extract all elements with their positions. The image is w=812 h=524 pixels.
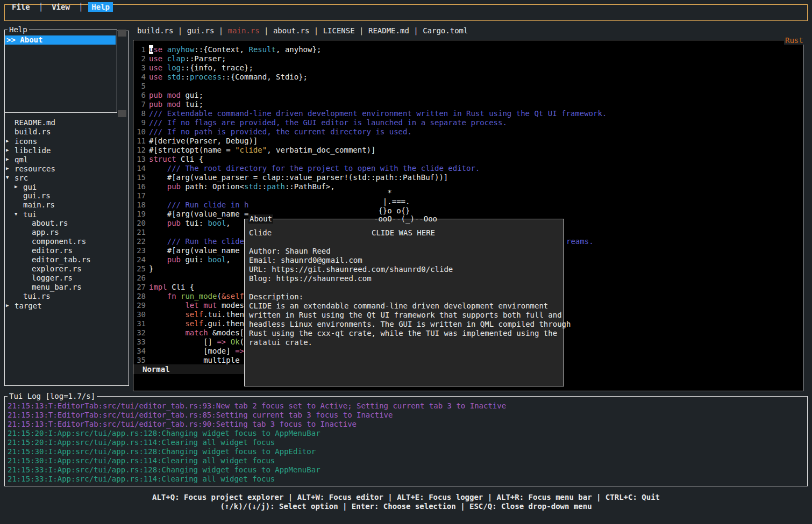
line-number: 5 (134, 82, 146, 91)
line-number: 15 (134, 173, 146, 182)
code-line: 8/// Extendable command-line driven deve… (134, 109, 607, 118)
clide-ascii-art-border: -ooO--(_)--Ooo (374, 214, 437, 224)
code-line: 34 [mode] => (134, 347, 244, 356)
tab-build-rs[interactable]: build.rs (137, 26, 173, 35)
line-number: 19 (134, 210, 146, 219)
tree-item-menu_bar-rs[interactable]: menu_bar.rs (23, 283, 82, 292)
line-number: 34 (134, 347, 146, 356)
code-line: 12#[structopt(name = "clide", verbatim_d… (134, 146, 375, 155)
tree-item-explorer-rs[interactable]: explorer.rs (23, 264, 82, 274)
code-line: 32 match &modes[. (134, 328, 248, 338)
code-line: 9/// If no flags are provided, the GUI e… (134, 118, 507, 127)
log-entry: 21:15:20:I:App:src/tui/app.rs:128:Changi… (8, 429, 320, 438)
tree-indent (23, 260, 32, 261)
tree-item-logger-rs[interactable]: logger.rs (23, 274, 73, 283)
line-number: 22 (134, 237, 146, 246)
line-number: 2 (134, 54, 146, 63)
code-line: 28 fn run_mode(&self) (134, 292, 248, 301)
menu-item-file[interactable]: File (9, 2, 33, 12)
tab-cargo-toml[interactable]: Cargo.toml (423, 26, 468, 35)
menu-separator: │ (39, 3, 43, 11)
tab-separator: | (409, 26, 423, 35)
log-entry: 21:15:30:I:App:src/tui/app.rs:128:Changi… (8, 447, 316, 456)
code-line: 27impl Cli { (134, 283, 194, 292)
line-number: 1 (134, 45, 146, 54)
tab-gui-rs[interactable]: gui.rs (187, 26, 215, 35)
chevron-right-icon: ▶ (6, 301, 15, 311)
tree-item-editor_tab-rs[interactable]: editor_tab.rs (23, 255, 91, 264)
code-line: 23 #[arg(value_name = (134, 246, 253, 255)
line-number: 24 (134, 255, 146, 264)
tree-item-resources[interactable]: ▶resources (6, 164, 55, 173)
code-line: 10/// If no path is provided, the curren… (134, 127, 412, 137)
tree-item-build-rs[interactable]: build.rs (6, 127, 51, 137)
tree-item-about-rs[interactable]: about.rs (23, 219, 68, 228)
tree-item-label: gui (23, 183, 37, 191)
tree-item-label: libclide (15, 146, 51, 155)
log-entry: 21:15:13:T:EditorTab:src/tui/editor_tab.… (8, 411, 393, 420)
tree-item-readme-md[interactable]: README.md (6, 118, 55, 127)
tree-item-label: component.rs (32, 237, 86, 246)
code-line: 2use clap::Parser; (134, 54, 226, 63)
tree-item-tui[interactable]: ▼tui (15, 210, 37, 219)
menu-item-help[interactable]: Help (88, 2, 113, 12)
help-option-about[interactable]: >> About (5, 35, 116, 45)
tree-item-gui-rs[interactable]: gui.rs (15, 191, 51, 200)
tab-license[interactable]: LICENSE (323, 26, 355, 35)
scrollbar-thumb-icon[interactable] (118, 30, 126, 37)
popup-text-line: written in Rust using the Qt UI framewor… (249, 311, 562, 320)
code-line: 11#[derive(Parser, Debug)] (134, 137, 258, 146)
line-number: 12 (134, 146, 146, 155)
tree-indent (23, 287, 32, 288)
tui-log-panel[interactable]: 21:15:13:T:EditorTab:src/tui/editor_tab.… (4, 396, 808, 486)
tree-item-editor-rs[interactable]: editor.rs (23, 246, 73, 255)
tab-separator: | (355, 26, 368, 35)
line-number: 6 (134, 91, 146, 100)
code-line: 3use log::{info, trace}; (134, 63, 253, 73)
tree-indent (23, 269, 32, 270)
tab-main-rs[interactable]: main.rs (228, 26, 260, 35)
tree-item-target[interactable]: ▶target (6, 301, 42, 310)
code-line: 1use anyhow::{Context, Result, anyhow}; (134, 45, 321, 54)
tree-item-label: gui.rs (23, 191, 51, 200)
tab-separator: | (173, 26, 187, 35)
statusbar-shortcuts-line1: ALT+Q: Focus project explorer | ALT+W: F… (0, 493, 812, 501)
tab-readme-md[interactable]: README.md (368, 26, 409, 35)
chevron-down-icon: ▼ (6, 173, 15, 183)
tree-item-label: editor_tab.rs (32, 255, 91, 264)
log-entry: 21:15:33:I:App:src/tui/app.rs:114:Cleari… (8, 475, 275, 484)
code-line: 25} (134, 264, 153, 274)
tree-item-label: build.rs (15, 127, 51, 136)
tree-item-main-rs[interactable]: main.rs (15, 200, 55, 210)
code-line: 26 (134, 274, 149, 283)
tree-item-gui[interactable]: ▶gui (15, 182, 37, 191)
tree-item-label: README.md (15, 118, 55, 127)
line-number: 17 (134, 191, 146, 200)
line-number: 13 (134, 155, 146, 164)
tree-item-src[interactable]: ▼src (6, 173, 28, 182)
tree-item-icons[interactable]: ▶icons (6, 137, 37, 146)
tree-item-label: qml (15, 155, 28, 164)
tree-item-app-rs[interactable]: app.rs (23, 228, 59, 237)
code-line: 35 multiple = (134, 356, 248, 365)
scrollbar-thumb-icon[interactable] (118, 110, 126, 117)
tree-indent (15, 205, 23, 206)
tree-item-label: about.rs (32, 219, 68, 227)
menu-item-view[interactable]: View (48, 2, 73, 12)
line-number: 8 (134, 109, 146, 118)
tab-about-rs[interactable]: about.rs (273, 26, 309, 35)
tree-item-qml[interactable]: ▶qml (6, 155, 28, 164)
tui-log-title: Tui Log [log=1.7/s] (8, 392, 97, 400)
code-line: 24 pub gui: bool, (134, 255, 231, 264)
tree-indent (23, 223, 32, 224)
statusbar-shortcuts-line2: (↑/k)/(↓/j): Select option | Enter: Choo… (0, 502, 812, 511)
code-line: 13struct Cli { (134, 155, 203, 164)
tree-item-label: main.rs (23, 200, 55, 209)
tree-item-component-rs[interactable]: component.rs (23, 237, 86, 246)
tree-item-libclide[interactable]: ▶libclide (6, 146, 51, 155)
tab-separator: | (260, 26, 273, 35)
tree-item-label: tui.rs (23, 292, 51, 300)
tree-item-tui-rs[interactable]: tui.rs (15, 292, 51, 301)
tree-indent (6, 123, 15, 124)
tree-indent (23, 278, 32, 279)
